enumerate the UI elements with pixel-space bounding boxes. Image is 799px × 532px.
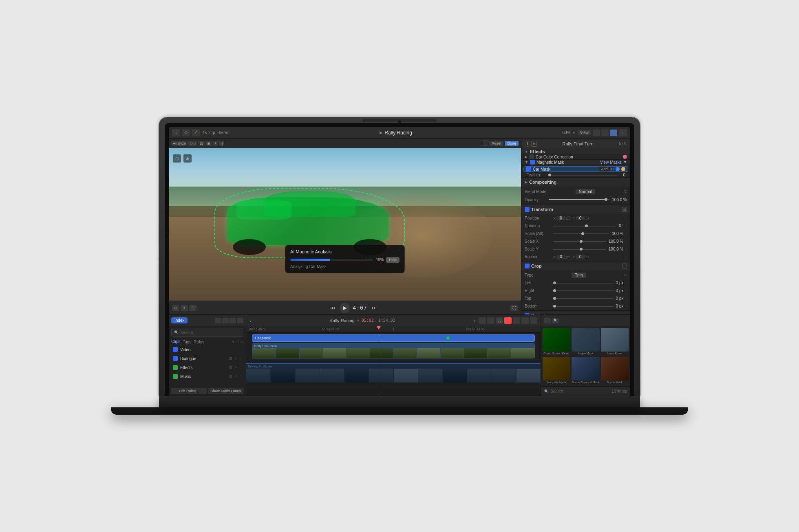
anchor-x[interactable]: 0	[556, 255, 565, 259]
color-checkbox[interactable]	[529, 154, 534, 159]
index-filter-btn[interactable]	[237, 318, 243, 323]
image-mask-bottom[interactable]: Image Mask	[572, 328, 599, 356]
import-button[interactable]: ↓	[172, 129, 180, 136]
skip-back-button[interactable]: ⏮	[328, 303, 337, 312]
timeline-btn-1[interactable]	[479, 317, 486, 324]
track-1: Car Mask Rally Final Turn	[246, 333, 541, 361]
green-screen-bottom[interactable]: Green Screen Keyer	[543, 328, 570, 356]
magnetic-bottom[interactable]: Magnetic Mask	[543, 357, 570, 385]
car-mask-checkbox[interactable]	[526, 167, 531, 171]
driving-clip[interactable]: Driving Multicam	[246, 363, 541, 383]
index-tab[interactable]: Index	[171, 317, 188, 323]
search-field[interactable]: 🔍 Search	[171, 328, 243, 337]
export-button[interactable]: ↑	[619, 129, 627, 136]
magnetic-mask-header[interactable]: ▼ Magnetic Mask View Masks ▼	[521, 160, 630, 165]
headphone-btn[interactable]: 🎧	[496, 317, 503, 324]
playback-toolbar: ⊡ ✦ ⏱ ⏮ ▶ 4:07 ⏭ ⛶	[169, 301, 521, 314]
crop-header[interactable]: Crop	[521, 262, 630, 270]
mask-tool-1[interactable]: ⬡	[173, 154, 181, 163]
transform-header[interactable]: Transform ⊡	[521, 205, 630, 214]
timeline-btn-3[interactable]	[504, 317, 512, 324]
fx-icon[interactable]: fx	[531, 141, 537, 147]
index-menu-btn[interactable]	[230, 318, 236, 323]
car-color-row[interactable]: ▶ Car Color Correction	[521, 154, 630, 160]
done-button[interactable]: Done	[505, 141, 519, 146]
timeline-btn-4[interactable]	[513, 317, 520, 324]
timeline-btn-5[interactable]	[521, 317, 529, 324]
view-button[interactable]: View	[578, 130, 592, 135]
layout-btn-3[interactable]	[610, 130, 617, 136]
position-x-val[interactable]: 0	[556, 216, 565, 220]
layout-btn-1[interactable]	[593, 130, 600, 136]
transform-btn[interactable]: ✦	[181, 305, 188, 311]
crop-checkbox[interactable]	[525, 264, 530, 268]
timeline-nav-fwd[interactable]: ›	[474, 318, 475, 323]
fullscreen-button[interactable]: ⛶	[510, 305, 518, 311]
speedometer-btn[interactable]: ⏱	[189, 305, 196, 311]
music-checkbox[interactable]	[173, 374, 178, 379]
inspector-panel: ℹ fx Rally Final Turn 5:01 ▼ Effects	[521, 138, 630, 314]
transform-checkbox[interactable]	[525, 207, 530, 212]
index-list-btn[interactable]	[222, 318, 229, 323]
index-grid-btn[interactable]	[215, 318, 221, 323]
media-button[interactable]: ⊙	[182, 129, 190, 136]
rally-clip[interactable]: Rally Final Turn	[252, 343, 534, 358]
shape-mask-bottom[interactable]: Shape Mask	[601, 357, 629, 385]
view-masks-button[interactable]: View Masks	[600, 160, 622, 165]
tags-tab[interactable]: Tags	[183, 340, 191, 344]
scene-removal-bottom[interactable]: Scene Removal Mask	[572, 357, 599, 385]
color-btn[interactable]: ◉	[205, 141, 212, 146]
magnetic-mask-label: Magnetic Mask	[536, 160, 598, 165]
scale-all-val: 100 %	[612, 231, 623, 236]
edit-roles-button[interactable]: Edit Roles...	[171, 388, 207, 394]
role-music: Music ⊟ ≡ ○	[169, 372, 246, 381]
layout-btn-2[interactable]	[601, 130, 609, 136]
reset-button[interactable]: Reset	[489, 141, 504, 146]
playhead-indicator	[377, 326, 381, 330]
crop-type-value[interactable]: Trim	[572, 273, 586, 278]
transform-expand[interactable]: ⊡	[622, 207, 627, 212]
crop-expand[interactable]	[622, 264, 627, 268]
distort-section: Distort Bottom Left X 0 px Y	[521, 311, 630, 314]
timeline-nav-back[interactable]: ‹	[249, 318, 251, 323]
anchor-y[interactable]: 0	[576, 255, 585, 259]
index-toolbar: Index	[169, 315, 246, 326]
luma-keyer-bottom[interactable]: Luma Keyer	[601, 328, 629, 356]
add-button[interactable]: Add	[599, 167, 609, 171]
plus-btn[interactable]: +	[213, 141, 218, 146]
effects-checkbox[interactable]	[173, 365, 178, 370]
video-checkbox[interactable]	[173, 347, 178, 352]
clips-tab[interactable]: Clips	[171, 339, 180, 344]
check-button[interactable]: ✓	[192, 129, 200, 136]
effects-search-btn[interactable]: 🔍	[552, 318, 559, 323]
blend-mode-value[interactable]: Normal	[576, 189, 595, 194]
distort-header[interactable]: Distort	[521, 311, 630, 314]
transform-section: Transform ⊡ Position X 0 px	[521, 205, 630, 262]
compositing-header[interactable]: ▶ Compositing	[521, 178, 630, 187]
analyze-btn[interactable]: Analyze	[171, 141, 188, 146]
balance-btn[interactable]: ⚖	[198, 141, 205, 146]
magnetic-checkbox[interactable]	[530, 160, 535, 165]
crop-btn[interactable]: ⊡	[172, 305, 179, 311]
car-mask-clip-label: Car Mask	[255, 336, 271, 340]
timeline-btn-6[interactable]	[530, 317, 537, 324]
timeline-btn-2[interactable]	[487, 317, 494, 324]
dialogue-checkbox[interactable]	[173, 356, 178, 361]
car-mask-clip[interactable]: Car Mask	[252, 334, 534, 342]
video-role-label: Video	[180, 347, 242, 352]
effects-import-btn[interactable]	[544, 318, 551, 323]
info-icon[interactable]: ℹ	[525, 141, 530, 147]
roles-tab[interactable]: Roles	[194, 340, 204, 344]
fcp-window: ↓ ⊙ ✓ 4K 24p, Stereo ▶ Rally Racing 63% …	[169, 127, 630, 396]
timeline-ruler: 00:00:40:00 00:00:42:00 00:00:44:00	[246, 326, 541, 333]
bracket-btn[interactable]: []	[219, 141, 224, 146]
effects-bottom-search[interactable]: 🔍 Search 10 items	[541, 386, 630, 396]
show-audio-button[interactable]: Show Audio Lanes	[208, 388, 244, 394]
car-mask-row[interactable]: Car Mask Add C	[523, 166, 628, 172]
direction-btn[interactable]: ▷▷	[188, 141, 197, 146]
play-button[interactable]: ▶	[340, 303, 350, 313]
mask-tool-2[interactable]: ✱	[183, 154, 192, 163]
stop-button[interactable]: Stop	[386, 257, 400, 263]
skip-forward-button[interactable]: ⏭	[370, 303, 379, 312]
position-y-val[interactable]: 0	[576, 216, 585, 220]
